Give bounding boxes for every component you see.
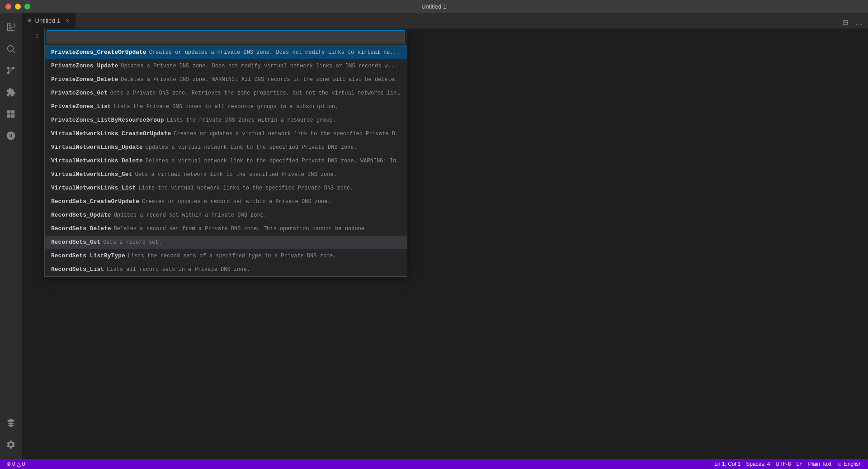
status-errors[interactable]: ⊗ 0 △ 0: [4, 459, 28, 469]
svg-rect-5: [9, 27, 12, 28]
sidebar-item-deploy[interactable]: [0, 412, 22, 434]
tab-untitled-1[interactable]: ≡ Untitled-1 ×: [22, 13, 76, 28]
error-icon: ⊗: [6, 461, 11, 467]
editor-area: ≡ Untitled-1 × ⊟ … 1 PrivateZones_Create…: [22, 13, 868, 459]
svg-line-8: [13, 51, 15, 53]
status-line-ending[interactable]: LF: [794, 459, 806, 469]
status-encoding[interactable]: UTF-8: [773, 459, 794, 469]
activity-bar: [0, 13, 22, 459]
command-item[interactable]: PrivateZones_ListLists the Private DNS z…: [45, 100, 407, 114]
svg-rect-15: [11, 114, 14, 118]
command-item-desc: Gets a Private DNS zone. Retrieves the z…: [110, 88, 401, 98]
status-locale[interactable]: ☺ English: [834, 459, 864, 469]
command-item-desc: Lists the record sets of a specified typ…: [128, 251, 336, 261]
tab-icon: ≡: [28, 17, 32, 24]
command-item[interactable]: VirtualNetworkLinks_UpdateUpdates a virt…: [45, 141, 407, 154]
command-item-desc: Creates or updates a virtual network lin…: [174, 129, 401, 139]
svg-rect-3: [14, 24, 14, 28]
command-input[interactable]: [47, 30, 405, 43]
sidebar-item-extensions[interactable]: [0, 81, 22, 103]
status-spaces[interactable]: Spaces: 4: [743, 459, 773, 469]
line-numbers: 1: [22, 28, 44, 459]
command-item-name: RecordSets_List: [51, 265, 104, 275]
command-item-name: VirtualNetworkLinks_List: [51, 183, 136, 193]
svg-rect-1: [7, 24, 8, 31]
command-item-name: RecordSets_Update: [51, 210, 111, 220]
tab-close-button[interactable]: ×: [66, 17, 69, 24]
status-left: ⊗ 0 △ 0: [4, 459, 28, 469]
svg-rect-2: [7, 30, 15, 31]
more-actions-button[interactable]: …: [854, 17, 864, 28]
command-item[interactable]: PrivateZones_UpdateUpdates a Private DNS…: [45, 59, 407, 73]
command-item[interactable]: VirtualNetworkLinks_DeleteDeletes a virt…: [45, 154, 407, 168]
status-position[interactable]: Ln 1, Col 1: [712, 459, 743, 469]
split-editor-button[interactable]: ⊟: [840, 16, 850, 28]
command-item-name: VirtualNetworkLinks_Get: [51, 170, 132, 180]
command-item-desc: Updates a record set within a Private DN…: [114, 210, 267, 220]
command-item[interactable]: VirtualNetworkLinks_GetGets a virtual ne…: [45, 168, 407, 181]
smiley-icon: ☺: [837, 461, 842, 467]
command-item-name: VirtualNetworkLinks_Update: [51, 142, 143, 152]
command-item-desc: Lists the Private DNS zones in all resou…: [114, 102, 339, 112]
command-item[interactable]: PrivateZones_ListByResourceGroupLists th…: [45, 114, 407, 127]
line-ending-text: LF: [797, 461, 803, 467]
spaces-text: Spaces: 4: [746, 461, 770, 467]
command-item-name: RecordSets_Get: [51, 237, 100, 247]
svg-point-11: [7, 67, 10, 70]
command-item-desc: Creates or updates a Private DNS zone. D…: [149, 47, 400, 57]
command-item-desc: Deletes a virtual network link to the sp…: [146, 156, 401, 166]
close-button[interactable]: [5, 4, 11, 9]
command-item-desc: Gets a virtual network link to the speci…: [135, 170, 336, 180]
svg-point-9: [7, 72, 10, 75]
command-item-desc: Lists the Private DNS zones within a res…: [167, 115, 336, 125]
command-item-name: PrivateZones_Update: [51, 61, 118, 71]
editor-content: 1 PrivateZones_CreateOrUpdateCreates or …: [22, 28, 868, 459]
svg-rect-14: [7, 114, 10, 118]
minimize-button[interactable]: [15, 4, 21, 9]
traffic-lights: [5, 4, 30, 9]
tab-bar: ≡ Untitled-1 × ⊟ …: [22, 13, 868, 28]
svg-rect-13: [11, 110, 14, 114]
svg-point-7: [8, 46, 14, 52]
command-item-name: PrivateZones_CreateOrUpdate: [51, 47, 146, 57]
sidebar-item-settings[interactable]: [0, 434, 22, 455]
command-item-name: RecordSets_Delete: [51, 224, 111, 234]
sidebar-item-extensions2[interactable]: [0, 103, 22, 125]
command-item[interactable]: PrivateZones_CreateOrUpdateCreates or up…: [45, 46, 407, 59]
activity-bar-bottom: [0, 412, 22, 459]
tab-title: Untitled-1: [35, 17, 61, 24]
locale-text: English: [844, 461, 862, 467]
sidebar-item-source-control[interactable]: [0, 60, 22, 81]
maximize-button[interactable]: [24, 4, 30, 9]
command-item[interactable]: VirtualNetworkLinks_CreateOrUpdateCreate…: [45, 127, 407, 141]
command-item[interactable]: VirtualNetworkLinks_ListLists the virtua…: [45, 181, 407, 195]
command-item[interactable]: RecordSets_ListByTypeLists the record se…: [45, 249, 407, 263]
svg-rect-6: [9, 28, 11, 29]
command-item[interactable]: RecordSets_GetGets a record set.: [45, 236, 407, 249]
command-item-desc: Gets a record set.: [103, 237, 162, 247]
command-item[interactable]: RecordSets_DeleteDeletes a record set fr…: [45, 222, 407, 236]
status-bar: ⊗ 0 △ 0 Ln 1, Col 1 Spaces: 4 UTF-8 LF P…: [0, 459, 868, 469]
command-item[interactable]: PrivateZones_DeleteDeletes a Private DNS…: [45, 73, 407, 86]
status-language[interactable]: Plain Text: [806, 459, 835, 469]
command-input-wrapper: [45, 28, 407, 46]
command-item[interactable]: RecordSets_CreateOrUpdateCreates or upda…: [45, 195, 407, 208]
command-item-desc: Deletes a Private DNS zone. WARNING: All…: [121, 75, 401, 85]
sidebar-item-git[interactable]: [0, 125, 22, 147]
command-item[interactable]: PrivateZones_GetGets a Private DNS zone.…: [45, 86, 407, 100]
command-item-name: VirtualNetworkLinks_CreateOrUpdate: [51, 129, 171, 139]
sidebar-item-explorer[interactable]: [0, 16, 22, 38]
command-item-name: PrivateZones_ListByResourceGroup: [51, 115, 164, 125]
toolbar-right: ⊟ …: [840, 16, 868, 28]
sidebar-item-search[interactable]: [0, 38, 22, 60]
command-list: PrivateZones_CreateOrUpdateCreates or up…: [45, 46, 407, 276]
line-number-1: 1: [22, 32, 39, 41]
warning-icon: △: [17, 461, 21, 467]
command-item-name: PrivateZones_Delete: [51, 75, 118, 85]
position-text: Ln 1, Col 1: [714, 461, 741, 467]
command-item[interactable]: RecordSets_ListLists all record sets in …: [45, 263, 407, 276]
command-item-desc: Creates or updates a record set within a…: [142, 197, 331, 207]
command-item-desc: Deletes a record set from a Private DNS …: [114, 224, 368, 234]
command-item[interactable]: RecordSets_UpdateUpdates a record set wi…: [45, 208, 407, 222]
status-right: Ln 1, Col 1 Spaces: 4 UTF-8 LF Plain Tex…: [712, 459, 864, 469]
